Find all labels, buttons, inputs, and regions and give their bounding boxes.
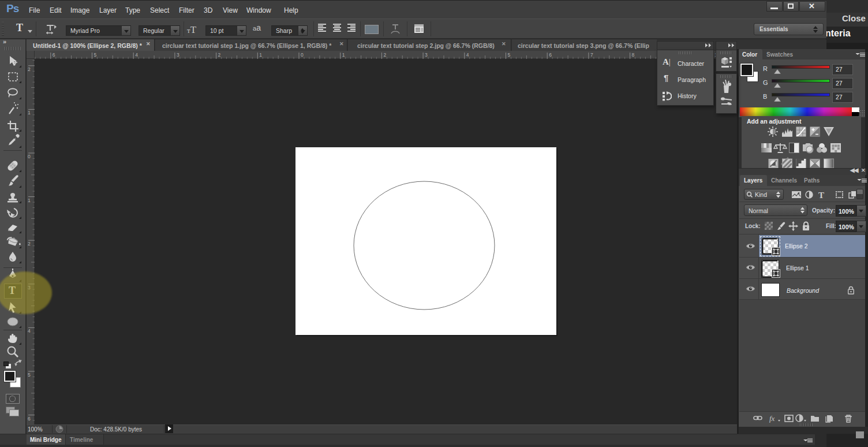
svg-text:1: 1 [259, 52, 262, 58]
svg-text:2: 2 [28, 66, 31, 72]
svg-text:4: 4 [28, 328, 31, 334]
svg-text:2: 2 [383, 52, 386, 58]
svg-text:0: 0 [301, 52, 304, 58]
svg-text:2: 2 [218, 52, 221, 58]
svg-text:1: 1 [28, 198, 31, 203]
svg-text:4: 4 [135, 52, 138, 58]
svg-text:6: 6 [549, 52, 552, 58]
svg-text:T: T [818, 191, 824, 200]
svg-text:fx: fx [769, 414, 775, 423]
svg-text:6: 6 [28, 416, 31, 422]
svg-text:8: 8 [632, 52, 635, 58]
svg-text:3: 3 [177, 52, 179, 58]
svg-text:5: 5 [28, 372, 31, 378]
svg-text:5: 5 [508, 52, 511, 58]
svg-text:3: 3 [425, 52, 428, 58]
svg-text:4: 4 [466, 52, 469, 58]
svg-text:5: 5 [94, 52, 97, 58]
svg-text:1: 1 [28, 110, 31, 116]
svg-text:7: 7 [590, 52, 593, 58]
svg-text:1: 1 [342, 52, 345, 58]
svg-text:2: 2 [28, 241, 31, 247]
svg-text:0: 0 [28, 154, 31, 159]
svg-text:6: 6 [53, 52, 55, 58]
